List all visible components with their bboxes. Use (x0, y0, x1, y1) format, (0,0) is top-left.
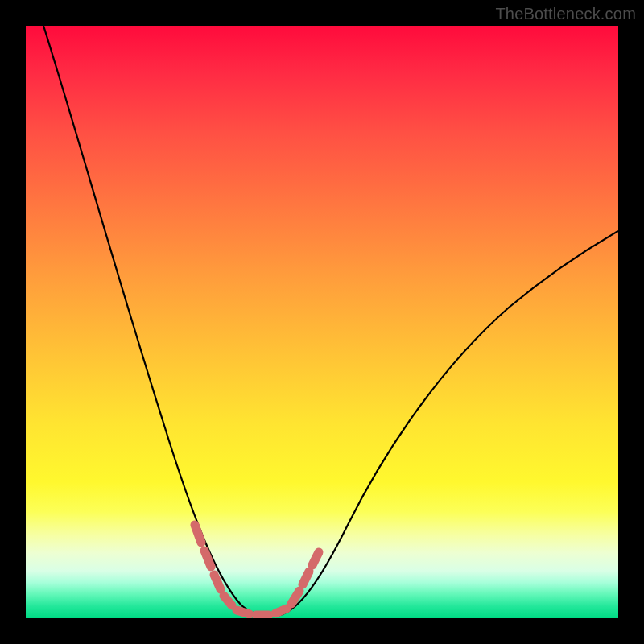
svg-line-1 (204, 551, 211, 567)
svg-line-0 (195, 525, 201, 543)
curve-layer (26, 26, 618, 618)
svg-line-9 (312, 552, 319, 565)
svg-line-6 (275, 609, 287, 613)
watermark-text: TheBottleneck.com (495, 5, 636, 23)
plot-area (26, 26, 618, 618)
chart-frame: TheBottleneck.com (0, 0, 644, 644)
svg-line-3 (224, 596, 232, 605)
svg-line-7 (291, 591, 299, 604)
bottleneck-curve (43, 26, 618, 617)
svg-line-8 (303, 572, 309, 584)
svg-line-2 (214, 575, 221, 589)
svg-line-4 (237, 610, 250, 614)
